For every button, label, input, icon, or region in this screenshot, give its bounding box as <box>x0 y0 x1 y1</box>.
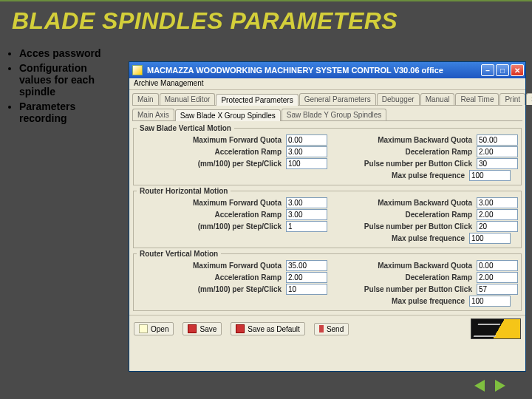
save-icon <box>188 324 197 333</box>
subtab-strip: Main Axis Saw Blade X Group Spindles Saw… <box>129 106 525 120</box>
maximize-button[interactable]: □ <box>496 64 509 76</box>
group-legend: Saw Blade Vertical Motion <box>137 124 234 132</box>
parameter-row: Max pulse frequence <box>137 170 518 181</box>
open-label: Open <box>151 325 168 333</box>
param-input[interactable] <box>469 296 511 307</box>
app-window: MACMAZZA WOODWORKING MACHINERY SYSTEM CO… <box>129 61 526 372</box>
param-label: (mm/100) per Step/Click <box>137 285 286 293</box>
app-icon <box>132 65 143 75</box>
parameter-row: (mm/100) per Step/ClickPulse number per … <box>137 158 518 169</box>
menubar[interactable]: Archive Management <box>129 78 525 90</box>
open-button[interactable]: Open <box>134 322 174 335</box>
subtab-main-axis[interactable]: Main Axis <box>132 109 174 120</box>
open-icon <box>139 324 148 333</box>
param-label: Maximum Backward Quota <box>327 262 477 270</box>
param-input[interactable] <box>286 284 327 295</box>
param-input[interactable] <box>477 260 518 271</box>
save-default-button[interactable]: Save as Default <box>231 322 305 335</box>
param-label: Deceleration Ramp <box>327 211 477 219</box>
param-label: (mm/100) per Step/Click <box>137 160 286 168</box>
minimize-button[interactable]: – <box>481 64 494 76</box>
tab-switch[interactable]: Switch <box>526 93 532 105</box>
param-input[interactable] <box>286 209 327 220</box>
slide-title: BLADE SPINDLES PARAMETERS <box>0 1 532 35</box>
tab-debugger[interactable]: Debugger <box>377 93 420 105</box>
parameters-content: Saw Blade Vertical MotionMaximum Forward… <box>129 121 525 315</box>
param-label: (mm/100) per Step/Click <box>137 222 286 231</box>
close-button[interactable]: ✕ <box>511 64 524 76</box>
param-input[interactable] <box>469 170 511 181</box>
param-input[interactable] <box>286 134 327 146</box>
bullet-item: Acces password <box>19 47 120 59</box>
tab-general-parameters[interactable]: General Parameters <box>299 93 376 105</box>
save-button[interactable]: Save <box>183 322 222 335</box>
param-input[interactable] <box>477 158 518 169</box>
param-input[interactable] <box>286 260 327 271</box>
param-label: Maximum Forward Quota <box>137 199 286 207</box>
bullet-item: Parameters recording <box>19 100 120 124</box>
tab-protected-parameters[interactable]: Protected Parameters <box>216 94 298 106</box>
param-label: Pulse number per Button Click <box>327 285 477 293</box>
param-input[interactable] <box>477 197 518 208</box>
param-label: Maximum Backward Quota <box>327 136 477 144</box>
parameter-row: Acceleration RampDeceleration Ramp <box>137 146 518 157</box>
save-label: Save <box>200 325 216 333</box>
parameter-row: Acceleration RampDeceleration Ramp <box>137 272 518 283</box>
parameter-row: (mm/100) per Step/ClickPulse number per … <box>137 221 518 232</box>
param-label: Acceleration Ramp <box>137 148 286 156</box>
send-button[interactable]: Send <box>314 323 349 335</box>
param-input[interactable] <box>286 158 327 169</box>
param-label: Deceleration Ramp <box>327 148 477 156</box>
param-label: Pulse number per Button Click <box>327 222 477 231</box>
param-label: Deceleration Ramp <box>327 273 477 282</box>
param-label: Max pulse frequence <box>137 171 469 180</box>
subtab-saw-y[interactable]: Saw Blade Y Group Spindles <box>282 109 387 120</box>
param-label: Acceleration Ramp <box>137 211 286 219</box>
next-slide-button[interactable] <box>491 378 510 393</box>
tab-manual-editor[interactable]: Manual Editor <box>160 93 216 105</box>
tab-real-time[interactable]: Real Time <box>455 93 499 105</box>
bottom-toolbar: Open Save Save as Default Send <box>129 315 525 342</box>
save-default-label: Save as Default <box>248 325 300 333</box>
param-input[interactable] <box>477 221 518 232</box>
group-legend: Router Vertical Motion <box>137 250 221 258</box>
param-label: Maximum Forward Quota <box>137 262 286 270</box>
param-input[interactable] <box>477 146 518 157</box>
prev-slide-button[interactable] <box>470 378 489 393</box>
tab-strip: Main Manual Editor Protected Parameters … <box>129 90 525 105</box>
param-input[interactable] <box>477 134 518 146</box>
param-input[interactable] <box>286 197 327 208</box>
param-input[interactable] <box>477 284 518 295</box>
parameter-group: Router Vertical MotionMaximum Forward Qu… <box>133 250 522 311</box>
bullet-item: Configuration values for each spindle <box>19 62 120 98</box>
arrow-right-icon <box>495 380 505 392</box>
param-input[interactable] <box>286 221 327 232</box>
parameter-row: Max pulse frequence <box>137 296 518 307</box>
parameter-row: Maximum Forward QuotaMaximum Backward Qu… <box>137 197 518 208</box>
param-input[interactable] <box>469 233 511 244</box>
parameter-row: Maximum Forward QuotaMaximum Backward Qu… <box>137 260 518 271</box>
parameter-row: (mm/100) per Step/ClickPulse number per … <box>137 284 518 295</box>
parameter-row: Acceleration RampDeceleration Ramp <box>137 209 518 220</box>
titlebar: MACMAZZA WOODWORKING MACHINERY SYSTEM CO… <box>129 62 525 78</box>
parameter-row: Maximum Forward QuotaMaximum Backward Qu… <box>137 134 518 146</box>
subtab-saw-x[interactable]: Saw Blade X Group Spindles <box>175 109 281 121</box>
arrow-left-icon <box>474 380 485 392</box>
param-input[interactable] <box>286 146 327 157</box>
param-label: Maximum Forward Quota <box>137 136 286 144</box>
save-icon <box>236 324 245 333</box>
tab-print[interactable]: Print <box>499 93 525 105</box>
param-input[interactable] <box>477 272 518 283</box>
send-label: Send <box>327 325 344 333</box>
slide-nav <box>470 378 510 393</box>
window-title: MACMAZZA WOODWORKING MACHINERY SYSTEM CO… <box>147 66 481 75</box>
bullet-list: Acces password Configuration values for … <box>6 47 120 128</box>
send-icon <box>319 325 324 332</box>
param-label: Max pulse frequence <box>137 234 469 242</box>
param-input[interactable] <box>477 209 518 220</box>
tab-main[interactable]: Main <box>132 93 159 105</box>
param-input[interactable] <box>286 272 327 283</box>
param-label: Pulse number per Button Click <box>327 160 477 168</box>
tab-manual[interactable]: Manual <box>420 93 455 105</box>
parameter-row: Max pulse frequence <box>137 233 518 244</box>
